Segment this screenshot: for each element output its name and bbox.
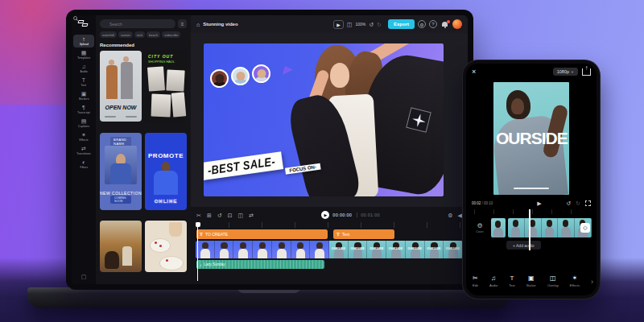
sidebar-item-audio[interactable]: ♫ Audio	[73, 62, 94, 75]
cover-settings[interactable]: ⚙ Cover	[471, 223, 489, 233]
template-card-city-out[interactable]: CITY OUT SHOPPING HAUL	[145, 51, 187, 122]
toolbar-more-icon[interactable]: ›	[591, 278, 593, 286]
library-panel: ≡ waterfall sunset rock beach subscribe …	[96, 15, 191, 284]
tool-audio[interactable]: ♫ Audio	[489, 275, 497, 287]
preview-play-button[interactable]: ▶	[333, 20, 344, 29]
mobile-time-display: 00:02 / 00:10	[472, 201, 493, 205]
timeline-settings-icon[interactable]: ⚙	[448, 213, 452, 218]
template-card-brand-name[interactable]: BRAND NAME NEW COLLECTION COMING SOON	[100, 133, 142, 210]
transitions-icon: ⇄	[81, 146, 86, 151]
split-icon[interactable]: ✂	[196, 213, 201, 218]
tag-pill[interactable]: subscribe	[162, 31, 180, 38]
transition-icon[interactable]: ⇄	[249, 213, 254, 218]
editor-topbar: ⌂ Stunning video ▶ ◫ 100% ↺ ↻ Export ⚙ ?	[191, 15, 468, 33]
display-ratio-icon[interactable]: ◫	[347, 22, 353, 27]
upload-icon: ↑	[82, 36, 85, 42]
timeline-ruler[interactable]	[196, 222, 463, 228]
avatar-sticker[interactable]	[210, 69, 229, 88]
help-icon[interactable]: ?	[429, 20, 437, 28]
text-icon: T	[510, 275, 514, 282]
project-title[interactable]: Stunning video	[203, 22, 237, 27]
home-icon[interactable]: ⌂	[196, 22, 200, 27]
clip-thumbnail[interactable]	[491, 218, 506, 237]
export-share-icon[interactable]	[582, 68, 591, 76]
sidebar-item-text[interactable]: T Text	[73, 76, 94, 89]
laptop: ↑ Upload ▦ Templates ♫ Audio T Text ▣ St…	[66, 10, 473, 290]
timeline-tracks: T TO CREATE T Text	[194, 229, 464, 281]
undo-icon[interactable]: ↺	[566, 200, 571, 206]
audio-clip[interactable]: ♪ Lazy Sunday	[196, 260, 324, 269]
tool-sticker[interactable]: ▣ Sticker	[526, 275, 536, 287]
sidebar-item-templates[interactable]: ▦ Templates	[73, 48, 94, 61]
tag-pill[interactable]: sunset	[118, 31, 133, 38]
mobile-video-track[interactable]: ◇	[508, 218, 592, 237]
undo-icon[interactable]: ↺	[369, 22, 374, 27]
tool-effects[interactable]: ✶ Effects	[570, 275, 580, 287]
tool-overlay[interactable]: ◫ Overlay	[547, 275, 559, 287]
audio-track: ♪ Lazy Sunday	[196, 260, 463, 269]
mobile-timeline: ⚙ Cover ◇	[466, 216, 597, 240]
video-track[interactable]: OURSIDE OURSIDE OURSIDE OURSIDE OURSIDE …	[196, 241, 463, 258]
transcript-icon: ¶	[82, 105, 85, 110]
editor-main: ⌂ Stunning video ▶ ◫ 100% ↺ ↻ Export ⚙ ?	[191, 15, 468, 284]
captions-icon: ▤	[81, 118, 87, 124]
tool-text[interactable]: T Text	[509, 275, 514, 287]
video-frame-thumb	[215, 241, 234, 258]
crop-icon[interactable]: ⊡	[228, 213, 233, 218]
search-icon	[73, 16, 77, 20]
timeline-play-button[interactable]: ▶	[321, 211, 329, 219]
search-input[interactable]	[100, 19, 175, 28]
mobile-video-canvas[interactable]: OURSIDE	[493, 82, 569, 195]
filter-icon[interactable]: ≡	[178, 19, 187, 28]
sidebar-item-upload[interactable]: ↑ Upload	[73, 35, 94, 47]
user-avatar[interactable]	[452, 19, 462, 29]
settings-icon[interactable]: ⚙	[418, 20, 426, 28]
play-icon[interactable]: ▶	[537, 200, 541, 206]
title-text-element[interactable]: OURSIDE	[496, 129, 568, 148]
sidebar-item-transitions[interactable]: ⇄ Transitions	[73, 144, 94, 157]
avatar-sticker[interactable]	[231, 67, 250, 85]
transition-button[interactable]: ◇	[580, 223, 590, 233]
playhead[interactable]	[197, 222, 198, 281]
rotate-icon[interactable]: ↺	[217, 213, 222, 218]
resolution-dropdown[interactable]: 1080p ▼	[553, 68, 578, 76]
mobile-playhead[interactable]	[529, 209, 530, 250]
scissors-icon: ✂	[473, 275, 478, 282]
avatar-stickers[interactable]	[210, 64, 273, 88]
best-sale-text-element[interactable]: -BEST SALE- FOCUS ON-	[204, 150, 298, 180]
sidebar-item-stickers[interactable]: ▣ Stickers	[73, 89, 94, 102]
tool-edit[interactable]: ✂ Edit	[473, 275, 478, 287]
template-card-food[interactable]	[145, 221, 187, 272]
notifications-icon[interactable]	[442, 22, 448, 27]
mirror-icon[interactable]: ◫	[238, 213, 244, 218]
template-card-travel[interactable]	[100, 221, 142, 272]
redo-icon[interactable]: ↻	[576, 200, 580, 206]
total-duration: 00:01:00	[357, 213, 380, 217]
tag-pill[interactable]: beach	[147, 31, 160, 38]
phone: × 1080p ▼ OURSIDE 00:02 / 00:10 ▶ ↺ ↻	[462, 60, 601, 299]
tag-pill[interactable]: waterfall	[100, 31, 117, 38]
video-canvas[interactable]: -BEST SALE- FOCUS ON-	[204, 43, 444, 196]
close-icon[interactable]: ×	[472, 68, 476, 76]
avatar-sticker[interactable]	[252, 64, 270, 83]
sidebar-item-transcript[interactable]: ¶ Transcript	[73, 103, 94, 116]
timeline-section: ✂ ⊞ ↺ ⊡ ◫ ⇄ ▶ 00:00:00 00:01:00 ⚙ ◀	[191, 207, 468, 284]
tag-row: waterfall sunset rock beach subscribe	[100, 31, 187, 38]
sidebar-item-effects[interactable]: ✶ Effects	[73, 130, 94, 143]
redo-icon[interactable]: ↻	[377, 22, 382, 27]
sidebar-item-captions[interactable]: ▤ Captions	[73, 117, 94, 130]
text-clip[interactable]: T Text	[333, 229, 394, 239]
delete-icon[interactable]: ⊞	[207, 213, 212, 218]
add-audio-button[interactable]: + Add audio	[506, 241, 541, 250]
fullscreen-icon[interactable]	[585, 200, 591, 206]
rail-more-icon[interactable]: ▢	[81, 274, 87, 280]
tag-pill[interactable]: rock	[134, 31, 146, 38]
template-card-open-now[interactable]: OPEN NOW	[100, 51, 142, 122]
text-icon: T	[82, 77, 85, 83]
export-button[interactable]: Export	[388, 19, 415, 29]
text-clip[interactable]: T TO CREATE	[196, 229, 328, 239]
sidebar-item-filters[interactable]: ◐ Filters	[73, 158, 94, 171]
video-frame-thumb: OURSIDE	[444, 241, 463, 258]
template-card-promote[interactable]: PROMOTE ONLINE	[145, 133, 187, 210]
zoom-level[interactable]: 100%	[355, 22, 365, 27]
